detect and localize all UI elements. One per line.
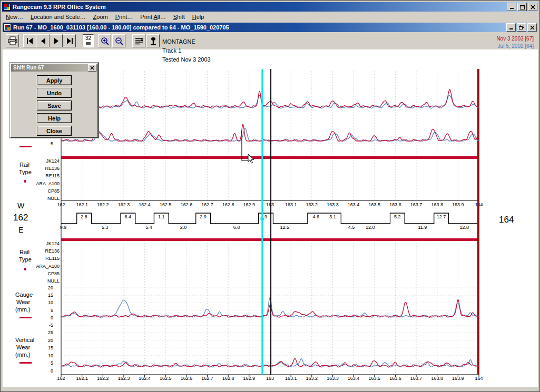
direction-east-label: E — [18, 226, 23, 234]
x-tick-label-bottom: 162.8 — [222, 376, 234, 381]
x-tick-label-mid: 163.9 — [452, 202, 464, 207]
zoom-out-icon — [114, 36, 124, 46]
close-button[interactable]: Close — [37, 126, 72, 136]
go-last-icon — [65, 37, 74, 45]
x-tick-label-bottom: 163.8 — [431, 376, 443, 381]
undo-button[interactable]: Undo — [37, 88, 72, 98]
strip-value: 1.1 — [158, 214, 165, 219]
header-tested-date: Tested Nov 3 2003 — [162, 56, 211, 63]
strip-value: 5.2 — [394, 214, 401, 219]
close-icon — [90, 66, 94, 70]
x-tick-label-mid: 162.1 — [76, 202, 88, 207]
gauge-tick-label: 10 — [48, 300, 53, 305]
previous-button[interactable] — [36, 34, 50, 47]
x-tick-label-bottom: 162.3 — [118, 376, 130, 381]
rail-type-value: RE136 — [45, 166, 60, 171]
last-button[interactable] — [63, 34, 76, 47]
minimize-button[interactable] — [507, 3, 516, 11]
help-button[interactable]: Help — [37, 113, 72, 123]
window-titlebar: Rangecam 9.3 RPR Office System — [2, 2, 538, 12]
zoom-out-button[interactable] — [112, 34, 125, 47]
x-tick-label-mid: 163.5 — [368, 202, 380, 207]
menu-item-help[interactable]: Help — [189, 12, 208, 22]
shift-dialog-close-button[interactable] — [88, 64, 96, 72]
x-tick-label-mid: 162.3 — [118, 202, 130, 207]
vertical-tick-label: 25 — [48, 330, 53, 335]
maximize-button[interactable] — [517, 3, 527, 11]
vertical-caption-3: (mm.) — [15, 351, 31, 358]
rail-type-marker-dot-2 — [24, 268, 26, 270]
rail-type-value: RE115 — [45, 256, 60, 261]
menu-item-zoom[interactable]: Zoom — [90, 12, 112, 22]
x-tick-label-mid: 163.3 — [327, 202, 339, 207]
vertical-tick-label: 15 — [48, 345, 53, 350]
menu-item-print-all-[interactable]: Print All… — [136, 12, 169, 22]
close-button[interactable] — [528, 3, 537, 11]
x-tick-label-bottom: 163.7 — [410, 376, 423, 381]
shift-dialog-body: ApplyUndoSaveHelpClose — [11, 75, 97, 136]
x-tick-label-mid: 162.5 — [160, 202, 172, 207]
vertical-tick-label: 0 — [51, 368, 53, 374]
gauge-legend-dash — [19, 317, 32, 318]
child-restore-button[interactable] — [517, 23, 526, 32]
x-tick-label-bottom: 163.4 — [348, 376, 360, 381]
x-tick-label-bottom: 163.3 — [327, 376, 339, 381]
toolbar: 32 — [3, 33, 538, 49]
strip-value: 9.9 — [60, 225, 67, 230]
x-tick-label-bottom: 163.6 — [389, 376, 401, 381]
menu-item-print-[interactable]: Print… — [112, 12, 137, 22]
next-button[interactable] — [50, 34, 63, 47]
gauge-caption-2: Wear — [16, 299, 30, 305]
shift-dialog: Shift Run 67 ApplyUndoSaveHelpClose — [10, 63, 99, 138]
save-button[interactable]: Save — [37, 100, 72, 110]
rail-profile-button[interactable] — [146, 34, 160, 47]
gauge-tick-label: 20 — [48, 285, 53, 290]
header-location: MONTAGNE — [162, 38, 195, 45]
rail-type-value: ARA_A100 — [36, 264, 60, 269]
print-button[interactable] — [6, 34, 19, 47]
rail-type-caption-1a: Rail — [19, 162, 30, 168]
rail-type-value: RE136 — [45, 248, 60, 254]
vertical-tick-label: 10 — [48, 353, 53, 358]
child-minimize-button[interactable] — [506, 23, 516, 32]
strip-value: 8.4 — [125, 214, 132, 219]
panel2-legend-dash — [19, 146, 32, 147]
shift-dialog-titlebar[interactable]: Shift Run 67 — [11, 64, 97, 72]
panel2-tick-label: -5 — [49, 141, 53, 146]
apply-button[interactable]: Apply — [37, 75, 72, 85]
menu-item-shift[interactable]: Shift — [170, 12, 189, 22]
x-tick-label-mid: 163.8 — [431, 202, 443, 207]
gauge-tick-label: 5 — [51, 308, 53, 313]
menu-item-location-and-scale-[interactable]: Location and Scale… — [27, 12, 90, 22]
first-button[interactable] — [23, 34, 36, 47]
legend-run-compare: Jul 5, 2002 [64] — [498, 43, 534, 49]
window-title: Rangecam 9.3 RPR Office System — [13, 4, 506, 10]
menu-item-new-[interactable]: New… — [2, 12, 27, 22]
strip-value: 4.5 — [348, 225, 355, 230]
x-tick-label-bottom: 162.7 — [201, 376, 213, 381]
scale-display[interactable]: 32 — [83, 34, 94, 47]
levels-icon — [134, 37, 144, 45]
x-tick-label-bottom: 163.2 — [306, 376, 318, 381]
strip-value: 2.0 — [180, 225, 187, 230]
x-tick-label-bottom: 163.5 — [368, 376, 380, 381]
levels-button[interactable] — [132, 34, 145, 47]
x-tick-label-mid: 162.9 — [243, 202, 256, 207]
menu-bar: New…Location and Scale…ZoomPrint…Print A… — [2, 12, 538, 22]
legend-run-current: Nov 3 2003 [67] — [496, 36, 534, 42]
x-tick-label-bottom: 163 — [266, 376, 274, 381]
gauge-tick-label: 15 — [48, 293, 53, 298]
rail-type-value: RE115 — [45, 173, 60, 178]
gauge-caption-1: Gauge — [15, 292, 33, 298]
x-tick-label-mid: 162.8 — [222, 202, 234, 207]
rail-type-caption-2a: Rail — [19, 249, 30, 255]
x-tick-label-mid: 163.4 — [348, 202, 360, 207]
application-window: Rangecam 9.3 RPR Office System New…Locat… — [0, 0, 540, 392]
rail-profile-icon — [149, 36, 158, 46]
child-close-button[interactable] — [527, 23, 537, 32]
shift-dialog-title: Shift Run 67 — [13, 65, 88, 71]
x-tick-label-mid: 163 — [266, 202, 274, 207]
zoom-in-button[interactable] — [98, 34, 111, 47]
go-first-icon — [25, 37, 35, 45]
strip-value: 3.1 — [329, 214, 336, 219]
